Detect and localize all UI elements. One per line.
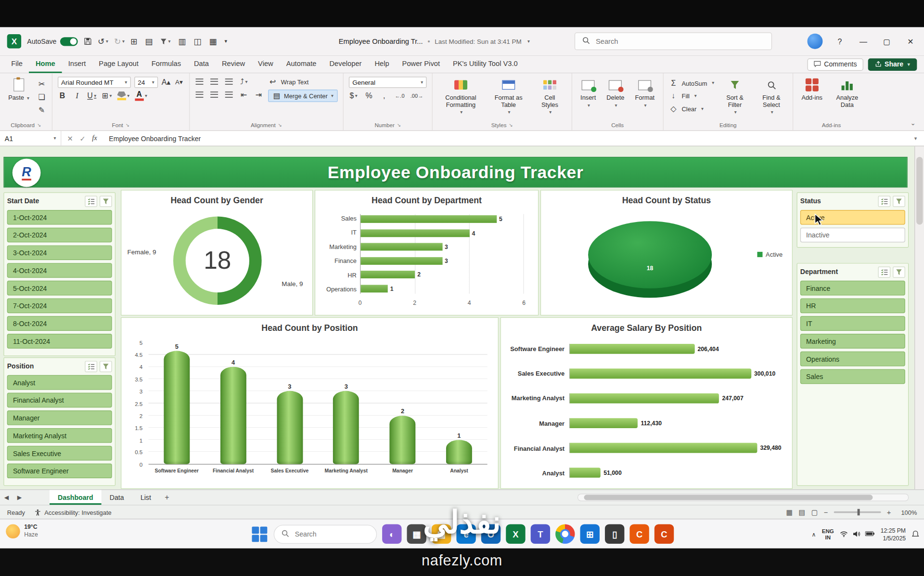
wrap-text-button[interactable]: ↩ Wrap Text bbox=[268, 77, 338, 87]
orientation-icon[interactable]: ⤴▾ bbox=[239, 77, 249, 87]
chart-head-count-by-gender[interactable]: Head Count by Gender 18 Female, 9 Male, … bbox=[121, 190, 313, 315]
sheet-tab-list[interactable]: List bbox=[132, 490, 159, 505]
ribbon-tab-review[interactable]: Review bbox=[216, 55, 252, 73]
copilot-icon[interactable]: ◐ bbox=[382, 524, 401, 544]
decrease-indent-icon[interactable]: ⇤ bbox=[239, 90, 249, 100]
decrease-font-icon[interactable]: A▾ bbox=[174, 77, 184, 87]
document-title-area[interactable]: Employee Onboarding Tr... • Last Modifie… bbox=[339, 27, 530, 55]
slicer-item-operations[interactable]: Operations bbox=[800, 352, 905, 367]
slicer-item-it[interactable]: IT bbox=[800, 316, 905, 331]
slicer-item-7-oct-2024[interactable]: 7-Oct-2024 bbox=[7, 299, 112, 314]
insert-cells-button[interactable]: Insert▾ bbox=[578, 77, 599, 109]
ribbon-tab-data[interactable]: Data bbox=[188, 55, 216, 73]
merge-center-button[interactable]: ▤ Merge & Center▾ bbox=[268, 90, 338, 102]
delete-cells-button[interactable]: Delete▾ bbox=[603, 77, 627, 109]
user-avatar[interactable] bbox=[808, 34, 823, 49]
sheet-tab-data[interactable]: Data bbox=[102, 490, 132, 505]
slicer-item-5-oct-2024[interactable]: 5-Oct-2024 bbox=[7, 281, 112, 296]
scrollbar-thumb[interactable] bbox=[584, 495, 873, 500]
sheet-nav-left-icon[interactable]: ◀ bbox=[0, 490, 13, 505]
decrease-decimal-icon[interactable]: .00→ bbox=[411, 91, 423, 101]
clipchamp-icon[interactable]: C bbox=[629, 524, 649, 544]
autosum-button[interactable]: ΣAutoSum▾ bbox=[669, 78, 715, 88]
chart-head-count-by-status[interactable]: Head Count by Status 18 Active bbox=[540, 190, 793, 315]
file-explorer-icon[interactable]: ▣ bbox=[432, 524, 451, 544]
new-sheet-button[interactable]: + bbox=[159, 490, 175, 505]
phone-link-icon[interactable]: ▯ bbox=[605, 524, 624, 544]
cancel-entry-icon[interactable]: ✕ bbox=[67, 134, 73, 143]
ribbon-tab-automate[interactable]: Automate bbox=[280, 55, 323, 73]
format-cells-button[interactable]: Format▾ bbox=[632, 77, 657, 109]
slicer-item-inactive[interactable]: Inactive bbox=[800, 228, 905, 243]
taskbar-search-input[interactable] bbox=[294, 530, 361, 538]
sheet-nav-right-icon[interactable]: ▶ bbox=[13, 490, 26, 505]
font-name-select[interactable]: Arial Rounded MT▾ bbox=[58, 77, 131, 88]
volume-icon[interactable] bbox=[853, 530, 860, 538]
ribbon-tab-page-layout[interactable]: Page Layout bbox=[92, 55, 145, 73]
edge-icon[interactable]: e bbox=[456, 524, 475, 544]
slicer-item-sales[interactable]: Sales bbox=[800, 369, 905, 384]
format-as-table-button[interactable]: Format as Table▾ bbox=[488, 77, 528, 116]
chrome-icon[interactable] bbox=[555, 524, 575, 544]
undo-icon[interactable]: ↺▾ bbox=[98, 37, 108, 46]
slicer-item-analyst[interactable]: Analyst bbox=[7, 375, 112, 390]
normal-view-icon[interactable]: ▦ bbox=[786, 508, 793, 516]
grid-icon[interactable]: ▦ bbox=[209, 37, 217, 46]
start-button[interactable] bbox=[250, 525, 269, 543]
zoom-level[interactable]: 100% bbox=[897, 509, 917, 516]
ribbon-tab-power-pivot[interactable]: Power Pivot bbox=[396, 55, 446, 73]
sheet-tab-dashboard[interactable]: Dashboard bbox=[50, 490, 102, 505]
outlook-icon[interactable]: O bbox=[481, 524, 500, 544]
weather-widget[interactable]: 19°CHaze bbox=[6, 524, 38, 538]
wifi-icon[interactable] bbox=[840, 530, 848, 538]
dialog-launcher-icon[interactable]: ↘ bbox=[126, 123, 129, 128]
vertical-scrollbar[interactable] bbox=[914, 146, 924, 490]
increase-font-icon[interactable]: A▴ bbox=[161, 77, 171, 87]
underline-button[interactable]: U▾ bbox=[87, 91, 97, 101]
clock[interactable]: 12:25 PM1/5/2025 bbox=[881, 526, 906, 542]
ribbon-tab-help[interactable]: Help bbox=[368, 55, 396, 73]
slicer-item-11-oct-2024[interactable]: 11-Oct-2024 bbox=[7, 334, 112, 349]
multi-select-icon[interactable] bbox=[85, 361, 97, 372]
accounting-format-icon[interactable]: $▾ bbox=[349, 91, 359, 101]
ribbon-tab-formulas[interactable]: Formulas bbox=[145, 55, 187, 73]
ribbon-tab-file[interactable]: File bbox=[5, 55, 29, 73]
last-modified[interactable]: Last Modified: Sun at 3:41 PM bbox=[435, 38, 521, 45]
align-right-icon[interactable] bbox=[224, 90, 234, 100]
teams-icon[interactable]: T bbox=[531, 524, 550, 544]
comma-style-icon[interactable]: , bbox=[380, 91, 389, 101]
align-center-icon[interactable] bbox=[210, 90, 219, 100]
copy-icon[interactable]: ❏ bbox=[37, 92, 47, 102]
comments-button[interactable]: Comments bbox=[808, 58, 863, 71]
excel-logo-icon[interactable]: X bbox=[7, 34, 21, 48]
italic-button[interactable]: I bbox=[72, 91, 82, 101]
name-box[interactable]: A1▾ bbox=[0, 131, 61, 146]
formula-text[interactable]: Employee Onboarding Tracker bbox=[103, 135, 201, 142]
page-layout-view-icon[interactable]: ▤ bbox=[799, 508, 806, 516]
slicer-item-1-oct-2024[interactable]: 1-Oct-2024 bbox=[7, 210, 112, 225]
document-title[interactable]: Employee Onboarding Tr... bbox=[339, 37, 423, 45]
chart-head-count-by-department[interactable]: Head Count by Department SalesITMarketin… bbox=[315, 190, 539, 315]
battery-icon[interactable] bbox=[865, 531, 875, 538]
bold-button[interactable]: B bbox=[58, 91, 67, 101]
language-switcher[interactable]: ENGIN bbox=[822, 527, 834, 541]
clear-filter-icon[interactable] bbox=[100, 361, 112, 372]
confirm-entry-icon[interactable]: ✓ bbox=[79, 134, 85, 143]
search-input[interactable] bbox=[595, 37, 765, 46]
font-color-icon[interactable]: A▾ bbox=[135, 91, 147, 101]
slicer-item-sales-executive[interactable]: Sales Executive bbox=[7, 446, 112, 461]
accessibility-status[interactable]: Accessibility: Investigate bbox=[34, 509, 111, 516]
paste-button[interactable]: Paste ▾ bbox=[5, 77, 32, 102]
dialog-launcher-icon[interactable]: ↘ bbox=[37, 123, 41, 128]
restore-button[interactable]: ▢ bbox=[876, 31, 898, 52]
horizontal-scrollbar[interactable] bbox=[578, 494, 909, 501]
slicer-item-8-oct-2024[interactable]: 8-Oct-2024 bbox=[7, 316, 112, 331]
zoom-in-icon[interactable]: + bbox=[887, 508, 891, 516]
minimize-button[interactable]: — bbox=[852, 31, 875, 52]
rows-icon[interactable]: ▤ bbox=[145, 37, 153, 46]
redo-icon[interactable]: ↻▾ bbox=[114, 37, 125, 46]
ribbon-tab-developer[interactable]: Developer bbox=[323, 55, 368, 73]
clear-filter-icon[interactable] bbox=[893, 266, 905, 277]
cells-icon[interactable]: ◫ bbox=[193, 37, 201, 46]
search-box[interactable] bbox=[575, 32, 772, 50]
